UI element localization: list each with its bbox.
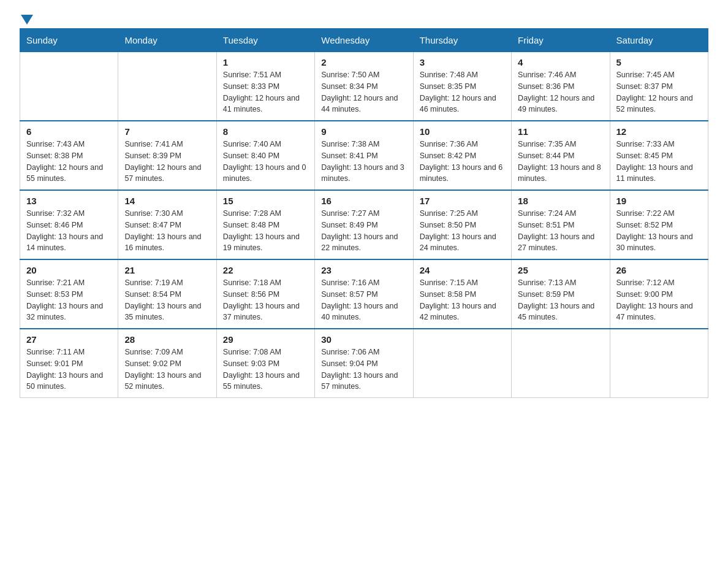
logo-triangle-icon [21, 15, 33, 25]
calendar-cell: 12Sunrise: 7:33 AMSunset: 8:45 PMDayligh… [610, 121, 708, 190]
calendar-cell: 3Sunrise: 7:48 AMSunset: 8:35 PMDaylight… [413, 52, 511, 121]
day-number: 10 [420, 126, 505, 137]
day-number: 7 [124, 126, 210, 137]
day-info: Sunrise: 7:43 AMSunset: 8:38 PMDaylight:… [26, 139, 112, 185]
day-info: Sunrise: 7:40 AMSunset: 8:40 PMDaylight:… [223, 139, 308, 185]
calendar-cell: 4Sunrise: 7:46 AMSunset: 8:36 PMDaylight… [512, 52, 610, 121]
day-info: Sunrise: 7:50 AMSunset: 8:34 PMDaylight:… [321, 69, 406, 115]
calendar-header-row: SundayMondayTuesdayWednesdayThursdayFrid… [20, 29, 708, 52]
day-number: 27 [26, 334, 112, 345]
calendar-cell: 2Sunrise: 7:50 AMSunset: 8:34 PMDaylight… [315, 52, 413, 121]
day-info: Sunrise: 7:46 AMSunset: 8:36 PMDaylight:… [518, 69, 603, 115]
calendar-week-row: 20Sunrise: 7:21 AMSunset: 8:53 PMDayligh… [20, 259, 708, 329]
calendar-cell: 17Sunrise: 7:25 AMSunset: 8:50 PMDayligh… [413, 190, 511, 259]
calendar-week-row: 6Sunrise: 7:43 AMSunset: 8:38 PMDaylight… [20, 121, 708, 190]
logo [20, 15, 33, 22]
calendar-cell [512, 329, 610, 398]
day-number: 17 [420, 196, 505, 206]
day-info: Sunrise: 7:30 AMSunset: 8:47 PMDaylight:… [124, 208, 210, 254]
calendar-week-row: 13Sunrise: 7:32 AMSunset: 8:46 PMDayligh… [20, 190, 708, 259]
day-number: 3 [420, 57, 505, 67]
day-info: Sunrise: 7:22 AMSunset: 8:52 PMDaylight:… [616, 208, 702, 254]
calendar-cell: 16Sunrise: 7:27 AMSunset: 8:49 PMDayligh… [315, 190, 413, 259]
day-info: Sunrise: 7:41 AMSunset: 8:39 PMDaylight:… [124, 139, 210, 185]
day-number: 20 [26, 265, 112, 275]
calendar-cell: 11Sunrise: 7:35 AMSunset: 8:44 PMDayligh… [512, 121, 610, 190]
day-number: 22 [223, 265, 308, 275]
day-number: 28 [124, 334, 210, 345]
day-info: Sunrise: 7:06 AMSunset: 9:04 PMDaylight:… [321, 347, 406, 393]
calendar-cell: 8Sunrise: 7:40 AMSunset: 8:40 PMDaylight… [216, 121, 314, 190]
day-info: Sunrise: 7:19 AMSunset: 8:54 PMDaylight:… [124, 277, 210, 323]
calendar-cell: 27Sunrise: 7:11 AMSunset: 9:01 PMDayligh… [20, 329, 118, 398]
weekday-header-friday: Friday [512, 29, 610, 52]
calendar-cell: 24Sunrise: 7:15 AMSunset: 8:58 PMDayligh… [413, 259, 511, 329]
calendar-week-row: 1Sunrise: 7:51 AMSunset: 8:33 PMDaylight… [20, 52, 708, 121]
day-number: 15 [223, 196, 308, 206]
weekday-header-tuesday: Tuesday [216, 29, 314, 52]
day-info: Sunrise: 7:48 AMSunset: 8:35 PMDaylight:… [420, 69, 505, 115]
day-info: Sunrise: 7:09 AMSunset: 9:02 PMDaylight:… [124, 347, 210, 393]
day-number: 13 [26, 196, 112, 206]
day-number: 6 [26, 126, 112, 137]
calendar-cell: 21Sunrise: 7:19 AMSunset: 8:54 PMDayligh… [118, 259, 216, 329]
day-number: 1 [223, 57, 308, 67]
calendar-cell [20, 52, 118, 121]
day-number: 24 [420, 265, 505, 275]
calendar-cell: 5Sunrise: 7:45 AMSunset: 8:37 PMDaylight… [610, 52, 708, 121]
day-info: Sunrise: 7:36 AMSunset: 8:42 PMDaylight:… [420, 139, 505, 185]
weekday-header-thursday: Thursday [413, 29, 511, 52]
day-number: 30 [321, 334, 406, 345]
day-info: Sunrise: 7:35 AMSunset: 8:44 PMDaylight:… [518, 139, 603, 185]
day-number: 21 [124, 265, 210, 275]
day-info: Sunrise: 7:24 AMSunset: 8:51 PMDaylight:… [518, 208, 603, 254]
calendar-cell: 1Sunrise: 7:51 AMSunset: 8:33 PMDaylight… [216, 52, 314, 121]
calendar-cell: 14Sunrise: 7:30 AMSunset: 8:47 PMDayligh… [118, 190, 216, 259]
page-header [20, 15, 708, 22]
day-info: Sunrise: 7:27 AMSunset: 8:49 PMDaylight:… [321, 208, 406, 254]
calendar-cell: 13Sunrise: 7:32 AMSunset: 8:46 PMDayligh… [20, 190, 118, 259]
day-number: 11 [518, 126, 603, 137]
weekday-header-monday: Monday [118, 29, 216, 52]
day-info: Sunrise: 7:21 AMSunset: 8:53 PMDaylight:… [26, 277, 112, 323]
day-info: Sunrise: 7:38 AMSunset: 8:41 PMDaylight:… [321, 139, 406, 185]
calendar-cell: 29Sunrise: 7:08 AMSunset: 9:03 PMDayligh… [216, 329, 314, 398]
calendar-week-row: 27Sunrise: 7:11 AMSunset: 9:01 PMDayligh… [20, 329, 708, 398]
day-number: 23 [321, 265, 406, 275]
day-info: Sunrise: 7:45 AMSunset: 8:37 PMDaylight:… [616, 69, 702, 115]
day-number: 16 [321, 196, 406, 206]
calendar-cell: 28Sunrise: 7:09 AMSunset: 9:02 PMDayligh… [118, 329, 216, 398]
day-info: Sunrise: 7:11 AMSunset: 9:01 PMDaylight:… [26, 347, 112, 393]
day-info: Sunrise: 7:08 AMSunset: 9:03 PMDaylight:… [223, 347, 308, 393]
day-info: Sunrise: 7:33 AMSunset: 8:45 PMDaylight:… [616, 139, 702, 185]
calendar-cell: 15Sunrise: 7:28 AMSunset: 8:48 PMDayligh… [216, 190, 314, 259]
day-info: Sunrise: 7:51 AMSunset: 8:33 PMDaylight:… [223, 69, 308, 115]
day-number: 18 [518, 196, 603, 206]
calendar-cell [413, 329, 511, 398]
calendar-cell: 6Sunrise: 7:43 AMSunset: 8:38 PMDaylight… [20, 121, 118, 190]
day-number: 12 [616, 126, 702, 137]
day-info: Sunrise: 7:18 AMSunset: 8:56 PMDaylight:… [223, 277, 308, 323]
day-info: Sunrise: 7:13 AMSunset: 8:59 PMDaylight:… [518, 277, 603, 323]
day-number: 19 [616, 196, 702, 206]
day-number: 29 [223, 334, 308, 345]
calendar-cell: 30Sunrise: 7:06 AMSunset: 9:04 PMDayligh… [315, 329, 413, 398]
day-info: Sunrise: 7:15 AMSunset: 8:58 PMDaylight:… [420, 277, 505, 323]
calendar-table: SundayMondayTuesdayWednesdayThursdayFrid… [20, 28, 708, 398]
calendar-cell: 9Sunrise: 7:38 AMSunset: 8:41 PMDaylight… [315, 121, 413, 190]
day-number: 4 [518, 57, 603, 67]
calendar-cell: 23Sunrise: 7:16 AMSunset: 8:57 PMDayligh… [315, 259, 413, 329]
day-number: 2 [321, 57, 406, 67]
day-info: Sunrise: 7:32 AMSunset: 8:46 PMDaylight:… [26, 208, 112, 254]
calendar-cell: 10Sunrise: 7:36 AMSunset: 8:42 PMDayligh… [413, 121, 511, 190]
calendar-cell: 19Sunrise: 7:22 AMSunset: 8:52 PMDayligh… [610, 190, 708, 259]
day-number: 9 [321, 126, 406, 137]
calendar-cell: 25Sunrise: 7:13 AMSunset: 8:59 PMDayligh… [512, 259, 610, 329]
day-info: Sunrise: 7:28 AMSunset: 8:48 PMDaylight:… [223, 208, 308, 254]
calendar-cell [118, 52, 216, 121]
weekday-header-saturday: Saturday [610, 29, 708, 52]
calendar-cell: 20Sunrise: 7:21 AMSunset: 8:53 PMDayligh… [20, 259, 118, 329]
calendar-cell: 18Sunrise: 7:24 AMSunset: 8:51 PMDayligh… [512, 190, 610, 259]
day-number: 25 [518, 265, 603, 275]
day-info: Sunrise: 7:16 AMSunset: 8:57 PMDaylight:… [321, 277, 406, 323]
